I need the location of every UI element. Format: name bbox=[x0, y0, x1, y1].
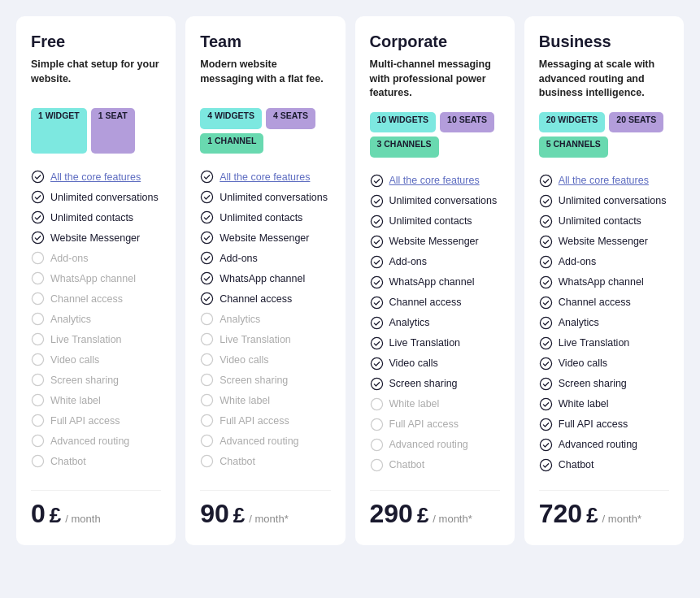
check-active-icon bbox=[370, 357, 384, 370]
feature-item: Full API access bbox=[31, 410, 161, 431]
svg-point-0 bbox=[32, 171, 43, 182]
svg-point-46 bbox=[540, 195, 551, 206]
svg-point-13 bbox=[32, 435, 43, 446]
svg-point-50 bbox=[540, 276, 551, 288]
feature-item: Advanced routing bbox=[200, 431, 330, 451]
check-active-icon bbox=[31, 231, 45, 245]
feature-item: Chatbot bbox=[31, 451, 161, 471]
plan-badge: 20 SEATS bbox=[609, 112, 663, 133]
feature-item: Website Messenger bbox=[370, 232, 500, 252]
feature-item: Video calls bbox=[539, 353, 669, 374]
feature-item: WhatsApp channel bbox=[31, 268, 161, 288]
svg-point-38 bbox=[371, 337, 382, 349]
price-amount: 720 bbox=[539, 499, 582, 529]
check-active-icon bbox=[539, 377, 553, 391]
feature-label: Add-ons bbox=[389, 256, 428, 267]
svg-point-14 bbox=[32, 455, 43, 466]
check-inactive-icon bbox=[31, 414, 45, 427]
feature-label: Video calls bbox=[559, 358, 607, 369]
svg-point-29 bbox=[202, 455, 213, 466]
feature-item: Screen sharing bbox=[539, 374, 669, 394]
plan-description: Modern website messaging with a flat fee… bbox=[200, 58, 330, 97]
feature-item: WhatsApp channel bbox=[539, 272, 669, 292]
feature-label: Chatbot bbox=[389, 459, 425, 470]
svg-point-22 bbox=[202, 313, 213, 324]
feature-label: White label bbox=[389, 398, 440, 410]
feature-item: Live Translation bbox=[370, 333, 500, 353]
feature-label: Unlimited contacts bbox=[50, 212, 133, 223]
feature-label: Add-ons bbox=[559, 256, 597, 267]
check-active-icon bbox=[539, 214, 553, 228]
feature-label: Channel access bbox=[559, 297, 631, 308]
price-period: / month* bbox=[433, 513, 472, 525]
core-features-link[interactable]: All the core features bbox=[50, 171, 141, 183]
feature-label: WhatsApp channel bbox=[389, 276, 475, 288]
feature-label: Analytics bbox=[389, 317, 430, 328]
check-active-icon bbox=[200, 190, 214, 204]
plan-name: Corporate bbox=[370, 32, 500, 51]
feature-label: Advanced routing bbox=[389, 439, 468, 450]
feature-label: Unlimited conversations bbox=[220, 192, 328, 203]
feature-label: Live Translation bbox=[389, 337, 461, 349]
feature-item: Channel access bbox=[200, 288, 330, 309]
feature-label: Screen sharing bbox=[50, 375, 119, 386]
check-active-icon bbox=[200, 210, 214, 224]
feature-label: Video calls bbox=[50, 354, 99, 366]
svg-point-51 bbox=[540, 297, 551, 308]
feature-item: Advanced routing bbox=[370, 435, 500, 455]
core-features-link[interactable]: All the core features bbox=[220, 171, 310, 183]
check-active-icon bbox=[539, 255, 553, 269]
feature-item: Unlimited conversations bbox=[370, 191, 500, 211]
core-features-link[interactable]: All the core features bbox=[559, 175, 649, 186]
feature-item: WhatsApp channel bbox=[370, 272, 500, 292]
price-period: / month bbox=[65, 513, 100, 525]
price-row: 0 £/ month bbox=[31, 490, 161, 529]
check-active-icon bbox=[200, 292, 214, 306]
feature-item: Analytics bbox=[200, 309, 330, 329]
svg-point-54 bbox=[540, 358, 551, 369]
svg-point-35 bbox=[371, 276, 382, 288]
core-features-link[interactable]: All the core features bbox=[389, 175, 480, 186]
feature-item: Analytics bbox=[539, 313, 669, 333]
svg-point-26 bbox=[202, 394, 213, 405]
check-active-icon bbox=[539, 336, 553, 350]
price-amount: 90 bbox=[200, 499, 229, 529]
feature-label: Channel access bbox=[50, 293, 123, 305]
feature-label: Chatbot bbox=[220, 456, 255, 467]
pricing-grid: FreeSimple chat setup for your website.1… bbox=[16, 16, 684, 545]
check-inactive-icon bbox=[200, 353, 214, 366]
svg-point-37 bbox=[371, 317, 382, 328]
price-currency: £ bbox=[233, 503, 245, 528]
svg-point-3 bbox=[32, 232, 43, 243]
check-active-icon bbox=[539, 418, 553, 431]
feature-label: Live Translation bbox=[220, 334, 291, 345]
feature-item: White label bbox=[31, 390, 161, 410]
svg-point-25 bbox=[202, 374, 213, 385]
feature-item: Full API access bbox=[200, 410, 330, 431]
feature-label: Full API access bbox=[559, 418, 628, 430]
feature-label: Analytics bbox=[220, 314, 260, 325]
svg-point-1 bbox=[32, 191, 43, 202]
price-amount: 290 bbox=[370, 499, 413, 529]
check-inactive-icon bbox=[31, 353, 45, 366]
feature-item: Screen sharing bbox=[370, 374, 500, 394]
plan-name: Team bbox=[200, 32, 330, 51]
check-active-icon bbox=[370, 275, 384, 289]
feature-label: Full API access bbox=[50, 415, 120, 427]
plan-badges: 10 WIDGETS10 SEATS3 CHANNELS bbox=[370, 112, 500, 158]
check-inactive-icon bbox=[200, 393, 214, 407]
feature-label: Advanced routing bbox=[50, 436, 129, 447]
check-inactive-icon bbox=[31, 251, 45, 265]
check-inactive-icon bbox=[31, 271, 45, 285]
feature-label: Screen sharing bbox=[389, 378, 458, 389]
svg-point-20 bbox=[202, 272, 213, 284]
svg-point-45 bbox=[540, 175, 551, 186]
plan-badges: 20 WIDGETS20 SEATS5 CHANNELS bbox=[539, 112, 669, 158]
svg-point-57 bbox=[540, 418, 551, 430]
check-inactive-icon bbox=[31, 332, 45, 346]
feature-label: Video calls bbox=[220, 354, 268, 366]
check-active-icon bbox=[200, 271, 214, 285]
check-active-icon bbox=[370, 214, 384, 228]
feature-label: Channel access bbox=[389, 297, 462, 308]
svg-point-12 bbox=[32, 414, 43, 426]
